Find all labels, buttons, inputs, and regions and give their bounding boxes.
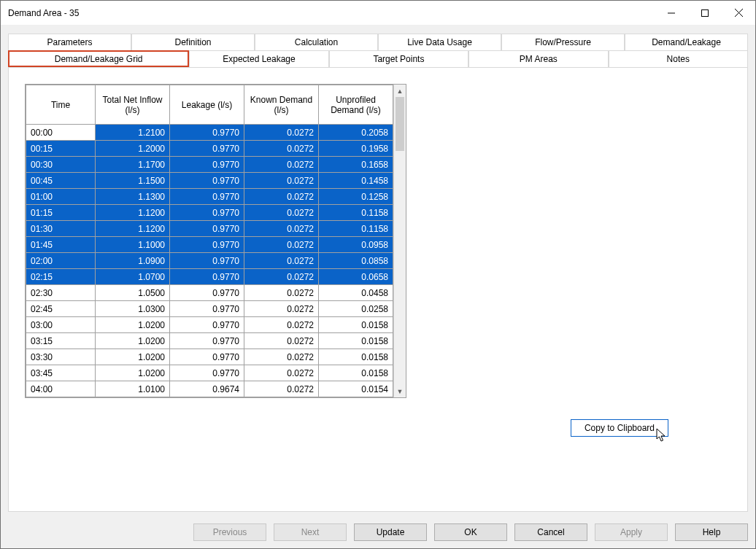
cell-time[interactable]: 02:30 [26, 285, 96, 301]
cell-inflow[interactable]: 1.1000 [96, 237, 170, 253]
cell-inflow[interactable]: 1.0100 [96, 381, 170, 397]
table-row[interactable]: 02:301.05000.97700.02720.0458 [26, 285, 393, 301]
cell-unprofiled-demand[interactable]: 0.2058 [319, 125, 393, 141]
cell-unprofiled-demand[interactable]: 0.1158 [319, 221, 393, 237]
next-button[interactable]: Next [274, 523, 347, 541]
cell-time[interactable]: 03:00 [26, 317, 96, 333]
cell-unprofiled-demand[interactable]: 0.0158 [319, 365, 393, 381]
grid-scrollbar[interactable]: ▲ ▼ [393, 85, 406, 397]
cell-known-demand[interactable]: 0.0272 [244, 173, 319, 189]
close-button[interactable] [722, 1, 755, 25]
cell-leakage[interactable]: 0.9770 [170, 157, 244, 173]
tab-live-data-usage[interactable]: Live Data Usage [378, 34, 501, 50]
cell-time[interactable]: 02:00 [26, 253, 96, 269]
cell-time[interactable]: 00:15 [26, 141, 96, 157]
table-row[interactable]: 03:151.02000.97700.02720.0158 [26, 333, 393, 349]
cell-time[interactable]: 03:15 [26, 333, 96, 349]
cell-leakage[interactable]: 0.9770 [170, 205, 244, 221]
table-row[interactable]: 02:151.07000.97700.02720.0658 [26, 269, 393, 285]
table-row[interactable]: 00:001.21000.97700.02720.2058 [26, 125, 393, 141]
cell-unprofiled-demand[interactable]: 0.0154 [319, 381, 393, 397]
cell-inflow[interactable]: 1.2100 [96, 125, 170, 141]
cell-leakage[interactable]: 0.9770 [170, 301, 244, 317]
cell-time[interactable]: 00:30 [26, 157, 96, 173]
cell-unprofiled-demand[interactable]: 0.1158 [319, 205, 393, 221]
scroll-track[interactable] [394, 97, 406, 385]
header-unprofiled-demand[interactable]: Unprofiled Demand (l/s) [319, 85, 393, 125]
cell-inflow[interactable]: 1.0200 [96, 349, 170, 365]
minimize-button[interactable] [655, 1, 688, 25]
cell-inflow[interactable]: 1.1700 [96, 157, 170, 173]
table-row[interactable]: 03:451.02000.97700.02720.0158 [26, 365, 393, 381]
cell-leakage[interactable]: 0.9770 [170, 141, 244, 157]
cell-leakage[interactable]: 0.9770 [170, 173, 244, 189]
cell-leakage[interactable]: 0.9770 [170, 317, 244, 333]
scroll-up-icon[interactable]: ▲ [394, 85, 406, 97]
cell-leakage[interactable]: 0.9770 [170, 365, 244, 381]
cell-known-demand[interactable]: 0.0272 [244, 253, 319, 269]
cell-time[interactable]: 02:45 [26, 301, 96, 317]
cell-time[interactable]: 02:15 [26, 269, 96, 285]
tab-definition[interactable]: Definition [131, 34, 255, 50]
cell-leakage[interactable]: 0.9770 [170, 125, 244, 141]
header-known-demand[interactable]: Known Demand (l/s) [244, 85, 319, 125]
cell-inflow[interactable]: 1.0200 [96, 365, 170, 381]
cell-inflow[interactable]: 1.0700 [96, 269, 170, 285]
cell-leakage[interactable]: 0.9770 [170, 333, 244, 349]
maximize-button[interactable] [688, 1, 722, 25]
table-row[interactable]: 04:001.01000.96740.02720.0154 [26, 381, 393, 397]
cell-leakage[interactable]: 0.9770 [170, 269, 244, 285]
table-row[interactable]: 00:451.15000.97700.02720.1458 [26, 173, 393, 189]
tab-calculation[interactable]: Calculation [255, 34, 378, 50]
tab-target-points[interactable]: Target Points [329, 50, 468, 67]
table-row[interactable]: 01:301.12000.97700.02720.1158 [26, 221, 393, 237]
cell-unprofiled-demand[interactable]: 0.0958 [319, 237, 393, 253]
apply-button[interactable]: Apply [595, 523, 668, 541]
cell-unprofiled-demand[interactable]: 0.1258 [319, 189, 393, 205]
scroll-down-icon[interactable]: ▼ [394, 385, 406, 397]
cell-leakage[interactable]: 0.9770 [170, 285, 244, 301]
cell-known-demand[interactable]: 0.0272 [244, 157, 319, 173]
table-row[interactable]: 01:001.13000.97700.02720.1258 [26, 189, 393, 205]
cell-time[interactable]: 04:00 [26, 381, 96, 397]
cell-inflow[interactable]: 1.2000 [96, 141, 170, 157]
cell-known-demand[interactable]: 0.0272 [244, 125, 319, 141]
cell-known-demand[interactable]: 0.0272 [244, 205, 319, 221]
cell-known-demand[interactable]: 0.0272 [244, 189, 319, 205]
tab-notes[interactable]: Notes [609, 50, 748, 67]
cell-inflow[interactable]: 1.0900 [96, 253, 170, 269]
cell-known-demand[interactable]: 0.0272 [244, 269, 319, 285]
cell-known-demand[interactable]: 0.0272 [244, 365, 319, 381]
cell-inflow[interactable]: 1.0300 [96, 301, 170, 317]
cell-known-demand[interactable]: 0.0272 [244, 301, 319, 317]
cell-inflow[interactable]: 1.1300 [96, 189, 170, 205]
tab-flow-pressure[interactable]: Flow/Pressure [501, 34, 625, 50]
tab-demand-leakage[interactable]: Demand/Leakage [625, 34, 748, 50]
cell-time[interactable]: 03:30 [26, 349, 96, 365]
cell-leakage[interactable]: 0.9770 [170, 221, 244, 237]
cell-known-demand[interactable]: 0.0272 [244, 237, 319, 253]
cell-time[interactable]: 00:45 [26, 173, 96, 189]
cell-leakage[interactable]: 0.9770 [170, 349, 244, 365]
scroll-thumb[interactable] [396, 97, 404, 151]
table-row[interactable]: 03:001.02000.97700.02720.0158 [26, 317, 393, 333]
table-row[interactable]: 02:001.09000.97700.02720.0858 [26, 253, 393, 269]
cell-unprofiled-demand[interactable]: 0.0658 [319, 269, 393, 285]
cancel-button[interactable]: Cancel [514, 523, 587, 541]
cell-time[interactable]: 01:45 [26, 237, 96, 253]
cell-time[interactable]: 01:30 [26, 221, 96, 237]
header-leakage[interactable]: Leakage (l/s) [170, 85, 244, 125]
tab-pm-areas[interactable]: PM Areas [468, 50, 608, 67]
cell-leakage[interactable]: 0.9674 [170, 381, 244, 397]
cell-inflow[interactable]: 1.1200 [96, 205, 170, 221]
cell-inflow[interactable]: 1.1500 [96, 173, 170, 189]
copy-to-clipboard-button[interactable]: Copy to Clipboard [571, 419, 668, 437]
cell-known-demand[interactable]: 0.0272 [244, 285, 319, 301]
cell-unprofiled-demand[interactable]: 0.0158 [319, 317, 393, 333]
cell-known-demand[interactable]: 0.0272 [244, 333, 319, 349]
cell-known-demand[interactable]: 0.0272 [244, 141, 319, 157]
table-row[interactable]: 02:451.03000.97700.02720.0258 [26, 301, 393, 317]
cell-time[interactable]: 00:00 [26, 125, 96, 141]
tab-parameters[interactable]: Parameters [8, 34, 131, 50]
header-time[interactable]: Time [26, 85, 96, 125]
